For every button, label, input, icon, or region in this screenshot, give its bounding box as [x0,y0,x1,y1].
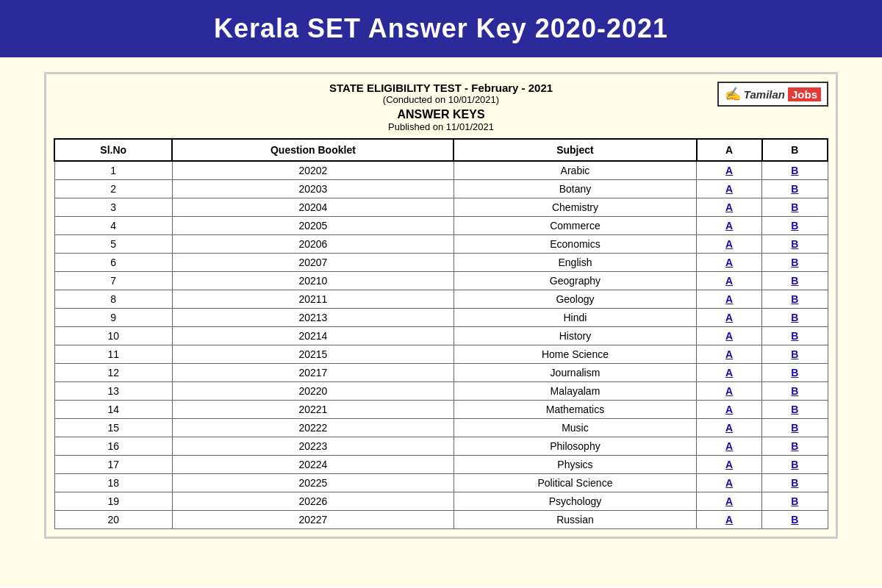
cell-version-a[interactable]: A [697,327,762,345]
cell-subject: Arabic [453,161,696,180]
table-row: 1420221MathematicsAB [54,401,828,419]
cell-slno: 6 [54,254,172,272]
cell-version-b[interactable]: B [762,345,828,364]
cell-booklet: 20226 [172,492,453,511]
col-slno: Sl.No [54,139,172,161]
cell-version-a[interactable]: A [697,437,762,456]
table-row: 1920226PsychologyAB [54,492,828,511]
cell-subject: Russian [453,511,696,529]
cell-version-a[interactable]: A [697,474,762,492]
cell-slno: 7 [54,272,172,290]
cell-booklet: 20221 [172,401,453,419]
cell-booklet: 20227 [172,511,453,529]
cell-booklet: 20214 [172,327,453,345]
cell-slno: 5 [54,235,172,254]
cell-version-a[interactable]: A [697,180,762,198]
cell-booklet: 20222 [172,419,453,437]
outer-border: STATE ELIGIBILITY TEST - February - 2021… [44,72,838,539]
cell-version-b[interactable]: B [762,474,828,492]
cell-version-a[interactable]: A [697,511,762,529]
table-row: 220203BotanyAB [54,180,828,198]
cell-version-a[interactable]: A [697,309,762,327]
cell-version-a[interactable]: A [697,401,762,419]
cell-version-a[interactable]: A [697,272,762,290]
cell-slno: 10 [54,327,172,345]
cell-version-b[interactable]: B [762,364,828,382]
cell-subject: History [453,327,696,345]
cell-slno: 13 [54,382,172,401]
cell-version-a[interactable]: A [697,217,762,235]
cell-booklet: 20205 [172,217,453,235]
table-row: 320204ChemistryAB [54,198,828,217]
cell-version-a[interactable]: A [697,492,762,511]
cell-subject: English [453,254,696,272]
cell-version-b[interactable]: B [762,290,828,309]
table-row: 1520222MusicAB [54,419,828,437]
cell-slno: 2 [54,180,172,198]
table-row: 1720224PhysicsAB [54,456,828,474]
cell-version-b[interactable]: B [762,198,828,217]
cell-version-b[interactable]: B [762,309,828,327]
cell-slno: 4 [54,217,172,235]
cell-version-a[interactable]: A [697,235,762,254]
table-row: 2020227RussianAB [54,511,828,529]
cell-version-a[interactable]: A [697,345,762,364]
cell-version-b[interactable]: B [762,161,828,180]
cell-subject: Journalism [453,364,696,382]
cell-version-b[interactable]: B [762,254,828,272]
cell-slno: 14 [54,401,172,419]
cell-booklet: 20225 [172,474,453,492]
cell-booklet: 20217 [172,364,453,382]
cell-subject: Mathematics [453,401,696,419]
cell-version-a[interactable]: A [697,364,762,382]
cell-subject: Geography [453,272,696,290]
cell-subject: Philosophy [453,437,696,456]
cell-booklet: 20211 [172,290,453,309]
cell-subject: Chemistry [453,198,696,217]
cell-booklet: 20223 [172,437,453,456]
cell-subject: Psychology [453,492,696,511]
table-row: 1620223PhilosophyAB [54,437,828,456]
cell-subject: Political Science [453,474,696,492]
cell-slno: 11 [54,345,172,364]
doc-title-line2: (Conducted on 10/01/2021) [54,94,828,105]
table-row: 1820225Political ScienceAB [54,474,828,492]
cell-booklet: 20202 [172,161,453,180]
cell-version-b[interactable]: B [762,511,828,529]
table-row: 820211GeologyAB [54,290,828,309]
table-row: 420205CommerceAB [54,217,828,235]
cell-version-b[interactable]: B [762,217,828,235]
cell-booklet: 20224 [172,456,453,474]
cell-booklet: 20213 [172,309,453,327]
cell-version-a[interactable]: A [697,198,762,217]
cell-subject: Music [453,419,696,437]
content-area: STATE ELIGIBILITY TEST - February - 2021… [0,57,882,587]
answer-key-table: Sl.No Question Booklet Subject A B 12020… [54,138,828,529]
cell-version-b[interactable]: B [762,437,828,456]
cell-version-b[interactable]: B [762,401,828,419]
cell-subject: Geology [453,290,696,309]
cell-version-b[interactable]: B [762,492,828,511]
cell-version-a[interactable]: A [697,161,762,180]
cell-slno: 8 [54,290,172,309]
table-row: 1320220MalayalamAB [54,382,828,401]
cell-version-b[interactable]: B [762,180,828,198]
cell-slno: 16 [54,437,172,456]
cell-version-a[interactable]: A [697,419,762,437]
cell-version-b[interactable]: B [762,235,828,254]
cell-version-a[interactable]: A [697,382,762,401]
logo-icon: ✍ [725,86,741,102]
page-title: Kerala SET Answer Key 2020-2021 [214,13,668,43]
cell-version-b[interactable]: B [762,456,828,474]
cell-version-a[interactable]: A [697,254,762,272]
cell-version-b[interactable]: B [762,419,828,437]
cell-version-b[interactable]: B [762,272,828,290]
doc-title-line1: STATE ELIGIBILITY TEST - February - 2021 [54,82,828,94]
cell-booklet: 20204 [172,198,453,217]
cell-subject: Hindi [453,309,696,327]
cell-version-a[interactable]: A [697,290,762,309]
cell-version-a[interactable]: A [697,456,762,474]
cell-version-b[interactable]: B [762,382,828,401]
cell-booklet: 20220 [172,382,453,401]
cell-version-b[interactable]: B [762,327,828,345]
